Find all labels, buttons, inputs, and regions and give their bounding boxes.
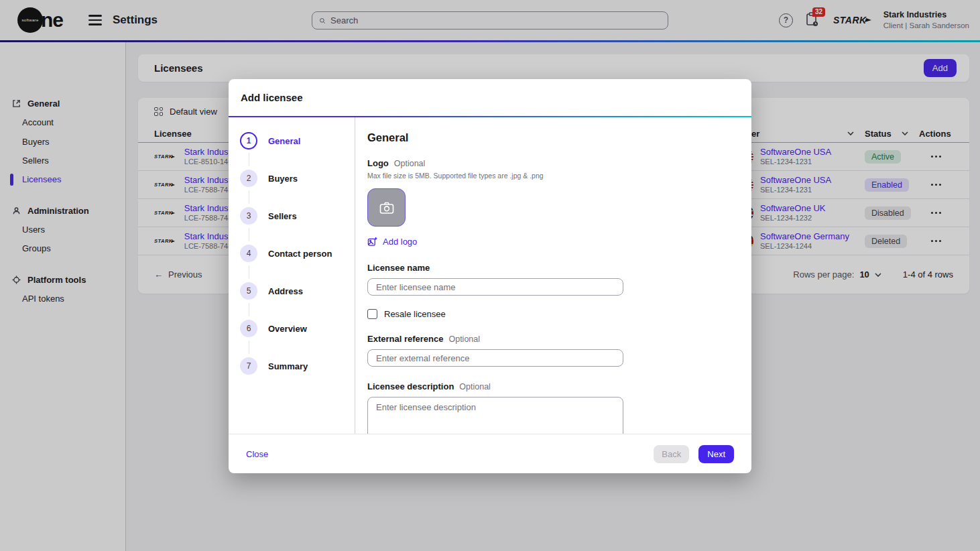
back-button[interactable]: Back <box>654 445 689 463</box>
resale-licensee-label: Resale licensee <box>384 309 446 319</box>
camera-icon <box>379 200 395 215</box>
step-general[interactable]: 1 General <box>240 132 355 149</box>
step-sellers[interactable]: 3 Sellers <box>240 207 355 225</box>
general-step-form: General Logo Optional Max file size is 5… <box>355 117 751 434</box>
licensee-description-textarea[interactable] <box>367 397 623 434</box>
licensee-description-label: Licensee description <box>367 381 454 391</box>
resale-licensee-checkbox[interactable] <box>367 309 377 319</box>
licensee-name-label: Licensee name <box>367 263 751 273</box>
add-logo-button[interactable]: Add logo <box>367 237 417 247</box>
next-button[interactable]: Next <box>698 445 734 463</box>
add-licensee-modal: Add licensee 1 General 2 Buyers 3 Seller… <box>229 79 751 473</box>
step-contact-person[interactable]: 4 Contact person <box>240 245 355 262</box>
form-section-heading: General <box>367 131 751 144</box>
close-modal-button[interactable]: Close <box>246 449 268 459</box>
logo-label: Logo <box>367 158 389 168</box>
logo-upload-placeholder[interactable] <box>367 188 406 227</box>
external-reference-input[interactable] <box>367 349 623 367</box>
step-overview[interactable]: 6 Overview <box>240 320 355 337</box>
external-reference-label: External reference <box>367 334 443 344</box>
logo-optional-tag: Optional <box>394 159 426 168</box>
step-summary[interactable]: 7 Summary <box>240 357 355 375</box>
logo-help-text: Max file size is 5MB. Supported file typ… <box>367 172 751 180</box>
step-buyers[interactable]: 2 Buyers <box>240 170 355 187</box>
modal-title: Add licensee <box>229 79 751 116</box>
wizard-steps: 1 General 2 Buyers 3 Sellers 4 Contact p… <box>229 117 355 434</box>
image-plus-icon <box>367 237 377 247</box>
licensee-name-input[interactable] <box>367 278 623 296</box>
step-address[interactable]: 5 Address <box>240 282 355 300</box>
